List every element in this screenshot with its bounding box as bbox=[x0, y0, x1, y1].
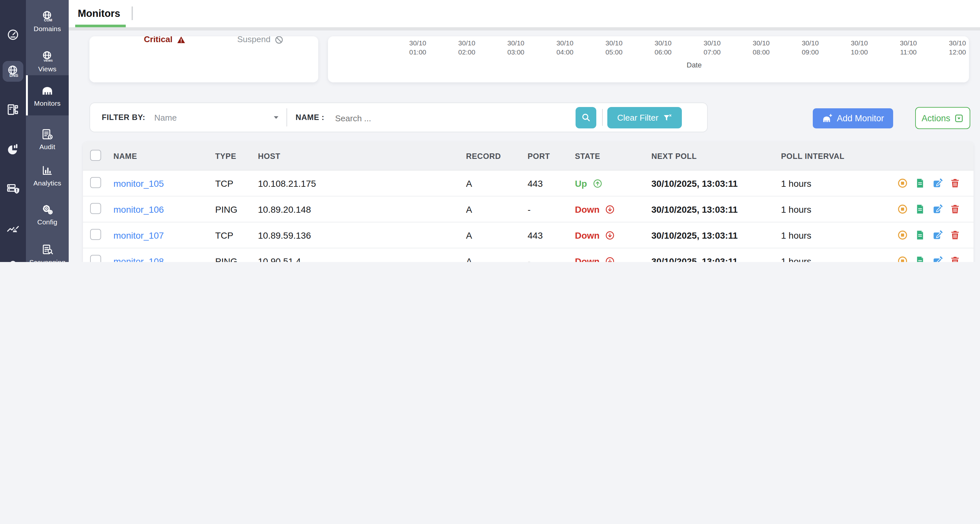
sidebar-item-label: Monitors bbox=[34, 99, 60, 107]
column-header-next-poll[interactable]: NEXT POLL bbox=[644, 151, 774, 161]
report-button[interactable] bbox=[915, 255, 926, 262]
legend-suspend[interactable]: Suspend bbox=[237, 36, 284, 45]
delete-button[interactable] bbox=[950, 229, 961, 240]
edit-button[interactable] bbox=[932, 178, 943, 189]
stop-monitor-button[interactable] bbox=[897, 178, 908, 189]
filter-by-select[interactable]: Name bbox=[154, 103, 177, 132]
tab-monitors-label: Monitors bbox=[78, 8, 120, 19]
column-header-host[interactable]: HOST bbox=[251, 151, 459, 161]
tab-monitors[interactable]: Monitors bbox=[78, 0, 120, 27]
chevron-down-icon[interactable] bbox=[272, 113, 280, 121]
row-checkbox[interactable] bbox=[90, 255, 101, 262]
column-header-name[interactable]: NAME bbox=[106, 151, 208, 161]
monitor-type: TCP bbox=[208, 178, 251, 188]
sidebar-item-domains[interactable]: COMDomains bbox=[26, 4, 69, 38]
x-axis-tick: 30/1008:00 bbox=[746, 39, 777, 56]
x-axis-tick: 30/1012:00 bbox=[942, 39, 969, 56]
table-row: monitor_107TCP10.89.59.136A443Down30/10/… bbox=[83, 223, 974, 248]
filter-divider bbox=[286, 108, 287, 126]
server-security-icon[interactable] bbox=[0, 178, 26, 200]
delete-button[interactable] bbox=[950, 255, 961, 262]
poll-interval: 1 hours bbox=[774, 230, 884, 240]
table-row: monitor_105TCP10.108.21.175A443Up30/10/2… bbox=[83, 170, 974, 196]
stats-pie-icon[interactable] bbox=[0, 138, 26, 160]
delete-button[interactable] bbox=[950, 178, 961, 189]
row-checkbox[interactable] bbox=[90, 177, 101, 188]
column-header-state[interactable]: STATE bbox=[568, 151, 644, 161]
x-axis-tick: 30/1010:00 bbox=[844, 39, 875, 56]
table-header-row: NAMETYPEHOSTRECORDPORTSTATENEXT POLLPOLL… bbox=[83, 142, 974, 170]
next-poll: 30/10/2025, 13:03:11 bbox=[644, 256, 774, 262]
legend-critical-label: Critical bbox=[144, 36, 172, 44]
notifications-bell-icon[interactable] bbox=[0, 255, 26, 262]
icon-rail: DNS « bbox=[0, 0, 26, 262]
sidebar-item-monitors[interactable]: Monitors bbox=[26, 75, 69, 115]
warning-icon bbox=[176, 36, 186, 45]
sidebar-item-label: Scavenging bbox=[29, 258, 65, 262]
monitor-record: A bbox=[459, 256, 520, 262]
chart-x-axis-label: Date bbox=[676, 61, 712, 69]
report-button[interactable] bbox=[915, 178, 926, 189]
add-monitor-button[interactable]: Add Monitor bbox=[813, 108, 893, 128]
add-monitor-label: Add Monitor bbox=[837, 113, 884, 123]
monitor-port: - bbox=[520, 256, 568, 262]
column-header-record[interactable]: RECORD bbox=[459, 151, 520, 161]
stop-monitor-button[interactable] bbox=[897, 229, 908, 240]
column-header-port[interactable]: PORT bbox=[520, 151, 568, 161]
legend-suspend-label: Suspend bbox=[237, 36, 270, 44]
edit-button[interactable] bbox=[932, 229, 943, 240]
column-header-poll-interval[interactable]: POLL INTERVAL bbox=[774, 151, 884, 161]
clear-filter-button[interactable]: Clear Filter bbox=[607, 107, 682, 128]
filter-bar: FILTER BY: Name NAME : Clear Filter bbox=[89, 102, 708, 132]
monitor-name-link[interactable]: monitor_105 bbox=[113, 178, 164, 188]
select-all-checkbox[interactable] bbox=[90, 150, 101, 161]
monitor-name-link[interactable]: monitor_108 bbox=[113, 256, 164, 262]
stop-monitor-button[interactable] bbox=[897, 204, 908, 215]
x-axis-tick: 30/1006:00 bbox=[648, 39, 679, 56]
dns-globe-icon[interactable]: DNS bbox=[3, 61, 23, 82]
button-divider bbox=[602, 109, 603, 126]
sidebar-item-label: Audit bbox=[40, 142, 56, 150]
monitor-type: PING bbox=[208, 256, 251, 262]
row-checkbox[interactable] bbox=[90, 203, 101, 214]
next-poll: 30/10/2025, 13:03:11 bbox=[644, 230, 774, 240]
edit-button[interactable] bbox=[932, 204, 943, 215]
report-button[interactable] bbox=[915, 229, 926, 240]
search-button[interactable] bbox=[576, 107, 596, 128]
sidebar-item-config[interactable]: Config bbox=[26, 197, 69, 231]
x-axis-tick: 30/1011:00 bbox=[893, 39, 924, 56]
delete-button[interactable] bbox=[950, 204, 961, 215]
sidebar-item-audit[interactable]: Audit bbox=[26, 123, 69, 154]
monitor-host: 10.89.20.148 bbox=[251, 204, 459, 214]
actions-button[interactable]: Actions bbox=[915, 107, 970, 129]
sidebar-item-views[interactable]: VIEWSViews bbox=[26, 44, 69, 78]
alerts-graph-icon[interactable] bbox=[0, 217, 26, 239]
report-button[interactable] bbox=[915, 204, 926, 215]
clear-filter-label: Clear Filter bbox=[617, 113, 658, 122]
topbar: Monitors bbox=[69, 0, 980, 27]
filter-clear-icon bbox=[662, 113, 672, 122]
search-input[interactable] bbox=[334, 103, 557, 133]
x-axis-tick: 30/1003:00 bbox=[500, 39, 531, 56]
monitor-name-link[interactable]: monitor_107 bbox=[113, 230, 164, 240]
monitor-name-link[interactable]: monitor_106 bbox=[113, 204, 164, 214]
column-header-type[interactable]: TYPE bbox=[208, 151, 251, 161]
monitor-record: A bbox=[459, 204, 520, 214]
poll-interval: 1 hours bbox=[774, 204, 884, 214]
poll-interval: 1 hours bbox=[774, 178, 884, 188]
edit-button[interactable] bbox=[932, 255, 943, 262]
sidebar-item-scavenging[interactable]: Scavenging bbox=[26, 236, 69, 262]
row-checkbox[interactable] bbox=[90, 229, 101, 240]
main-content: Monitors Critical Suspend 30/1001:0030/1… bbox=[69, 0, 980, 262]
sidebar-item-analytics[interactable]: Analytics bbox=[26, 159, 69, 191]
status-legend-card: Critical Suspend bbox=[89, 36, 318, 82]
sidebar-item-label: Views bbox=[38, 65, 57, 72]
svg-text:VIEWS: VIEWS bbox=[44, 59, 53, 62]
legend-critical[interactable]: Critical bbox=[144, 36, 186, 45]
dashboard-icon[interactable] bbox=[0, 23, 26, 45]
next-poll: 30/10/2025, 13:03:11 bbox=[644, 204, 774, 214]
zones-icon[interactable] bbox=[0, 99, 26, 121]
svg-text:COM: COM bbox=[44, 18, 52, 22]
stop-monitor-button[interactable] bbox=[897, 255, 908, 262]
tab-separator bbox=[132, 6, 133, 20]
